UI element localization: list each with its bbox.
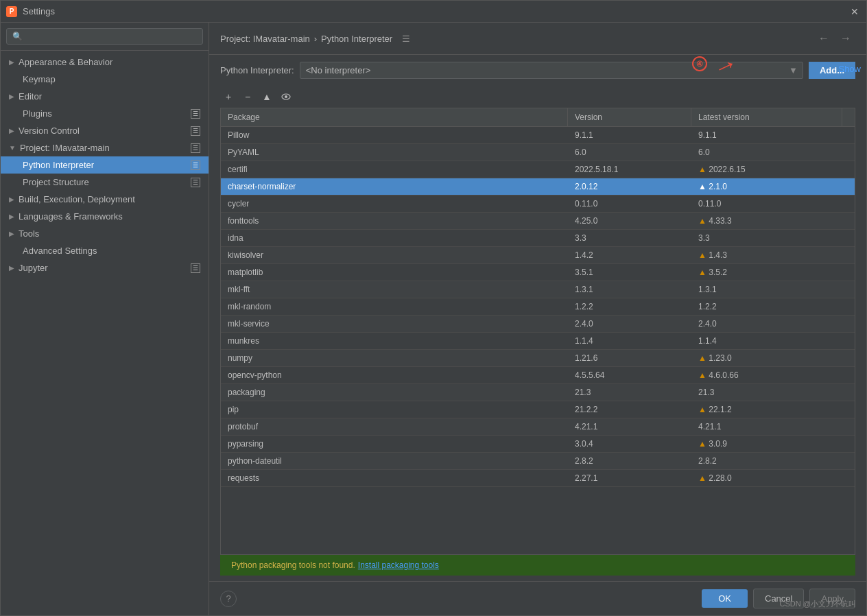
cell-latest: 2.4.0 (691, 316, 842, 332)
cell-version: 21.2.2 (568, 401, 691, 418)
app-icon: P (6, 6, 17, 17)
cell-action (842, 230, 855, 246)
table-body: Pillow 9.1.1 9.1.1 PyYAML 6.0 6.0 certif… (221, 127, 855, 554)
up-package-button[interactable]: ▲ (259, 88, 275, 105)
sidebar-item-editor[interactable]: ▶ Editor (1, 88, 209, 105)
table-row[interactable]: numpy 1.21.6 ▲ 1.23.0 (221, 350, 855, 367)
cell-package: numpy (221, 350, 568, 366)
cell-package: packaging (221, 384, 568, 401)
add-package-button[interactable]: + (220, 88, 237, 105)
show-packages-button[interactable] (278, 88, 294, 105)
sidebar-item-label: Build, Execution, Deployment (19, 194, 200, 204)
table-row[interactable]: matplotlib 3.5.1 ▲ 3.5.2 (221, 264, 855, 281)
table-row[interactable]: packaging 21.3 21.3 (221, 384, 855, 401)
cell-package: charset-normalizer (221, 178, 568, 195)
cell-latest: ▲ 3.5.2 (691, 264, 842, 281)
cell-package: matplotlib (221, 264, 568, 281)
ok-button[interactable]: OK (702, 589, 748, 608)
cell-package: cycler (221, 196, 568, 212)
cell-package: mkl-service (221, 316, 568, 332)
cell-latest: 3.3 (691, 230, 842, 246)
table-row[interactable]: pyparsing 3.0.4 ▲ 3.0.9 (221, 436, 855, 453)
interpreter-select-container: <No interpreter> ▼ (300, 62, 803, 79)
sidebar-item-label: Keymap (23, 74, 200, 84)
cell-package: mkl-fft (221, 281, 568, 298)
breadcrumb-menu-icon: ☰ (402, 34, 410, 44)
sidebar-item-label: Advanced Settings (23, 246, 200, 256)
table-row[interactable]: opencv-python 4.5.5.64 ▲ 4.6.0.66 (221, 367, 855, 384)
jupyter-icon: ☰ (191, 263, 200, 273)
table-row[interactable]: python-dateutil 2.8.2 2.8.2 (221, 453, 855, 470)
cell-action (842, 247, 855, 263)
cell-latest: ▲ 1.23.0 (691, 350, 842, 366)
table-row[interactable]: mkl-fft 1.3.1 1.3.1 (221, 281, 855, 298)
sidebar-item-label: Plugins (23, 108, 188, 119)
cell-action (842, 213, 855, 229)
sidebar-item-tools[interactable]: ▶ Tools (1, 225, 209, 242)
arrow-icon: ▶ (9, 213, 14, 220)
main-content: ▶ Appearance & Behavior Keymap ▶ Editor … (1, 23, 866, 615)
search-input[interactable] (6, 28, 203, 45)
search-box (1, 23, 209, 51)
svg-point-1 (285, 95, 287, 98)
table-row[interactable]: protobuf 4.21.1 4.21.1 (221, 418, 855, 436)
remove-package-button[interactable]: − (239, 88, 256, 105)
table-row[interactable]: PyYAML 6.0 6.0 (221, 144, 855, 161)
cell-latest: ▲ 2.28.0 (691, 470, 842, 486)
cell-latest: 1.3.1 (691, 281, 842, 298)
close-button[interactable]: ✕ (848, 5, 861, 18)
cell-latest: 1.2.2 (691, 298, 842, 315)
back-button[interactable]: ← (814, 31, 833, 46)
table-row[interactable]: cycler 0.11.0 0.11.0 (221, 196, 855, 213)
sidebar-item-python-interpreter[interactable]: Python Interpreter ☰ (1, 156, 209, 174)
cell-version: 6.0 (568, 144, 691, 161)
sidebar-item-plugins[interactable]: Plugins ☰ (1, 105, 209, 122)
cell-action (842, 367, 855, 383)
table-row[interactable]: charset-normalizer 2.0.12 ▲ 2.1.0 (221, 178, 855, 196)
sidebar-item-languages[interactable]: ▶ Languages & Frameworks (1, 208, 209, 225)
sidebar-item-label: Languages & Frameworks (19, 211, 200, 222)
sidebar-item-project[interactable]: ▼ Project: IMavatar-main ☰ (1, 139, 209, 156)
arrow-icon: ▶ (9, 230, 14, 237)
cell-package: Pillow (221, 127, 568, 143)
interpreter-dropdown[interactable]: <No interpreter> (300, 62, 803, 79)
table-row[interactable]: mkl-random 1.2.2 1.2.2 (221, 298, 855, 316)
cell-latest: ▲ 2022.6.15 (691, 161, 842, 178)
install-link[interactable]: Install packaging tools (358, 560, 439, 570)
arrow-icon: ▶ (9, 196, 14, 203)
packages-toolbar: + − ▲ (209, 86, 866, 108)
table-row[interactable]: fonttools 4.25.0 ▲ 4.33.3 (221, 213, 855, 230)
table-row[interactable]: kiwisolver 1.4.2 ▲ 1.4.3 (221, 247, 855, 264)
cell-version: 3.0.4 (568, 436, 691, 452)
window-title: Settings (23, 6, 848, 16)
sidebar-item-build[interactable]: ▶ Build, Execution, Deployment (1, 191, 209, 208)
cell-action (842, 453, 855, 469)
cell-latest: ▲ 4.33.3 (691, 213, 842, 229)
sidebar-item-version-control[interactable]: ▶ Version Control ☰ (1, 122, 209, 139)
cell-action (842, 161, 855, 178)
forward-button[interactable]: → (836, 31, 855, 46)
cell-action (842, 384, 855, 401)
cell-action (842, 470, 855, 486)
table-row[interactable]: Pillow 9.1.1 9.1.1 (221, 127, 855, 144)
sidebar-item-jupyter[interactable]: ▶ Jupyter ☰ (1, 259, 209, 276)
table-row[interactable]: idna 3.3 3.3 (221, 230, 855, 247)
show-link[interactable]: Show (838, 60, 861, 74)
sidebar-item-project-structure[interactable]: Project Structure ☰ (1, 174, 209, 191)
footer: ? OK Cancel Apply (209, 581, 866, 615)
table-row[interactable]: requests 2.27.1 ▲ 2.28.0 (221, 470, 855, 487)
cell-package: idna (221, 230, 568, 246)
table-row[interactable]: munkres 1.1.4 1.1.4 (221, 333, 855, 350)
sidebar-item-keymap[interactable]: Keymap (1, 71, 209, 88)
sidebar-item-appearance[interactable]: ▶ Appearance & Behavior (1, 54, 209, 71)
cell-latest: 21.3 (691, 384, 842, 401)
help-button[interactable]: ? (220, 591, 237, 607)
table-row[interactable]: pip 21.2.2 ▲ 22.1.2 (221, 401, 855, 418)
sidebar-item-advanced[interactable]: Advanced Settings (1, 242, 209, 259)
cell-action (842, 178, 855, 195)
table-row[interactable]: mkl-service 2.4.0 2.4.0 (221, 316, 855, 333)
settings-icon: ☰ (191, 109, 200, 119)
cell-latest: ▲ 22.1.2 (691, 401, 842, 418)
table-row[interactable]: certifi 2022.5.18.1 ▲ 2022.6.15 (221, 161, 855, 178)
structure-icon: ☰ (191, 178, 200, 187)
